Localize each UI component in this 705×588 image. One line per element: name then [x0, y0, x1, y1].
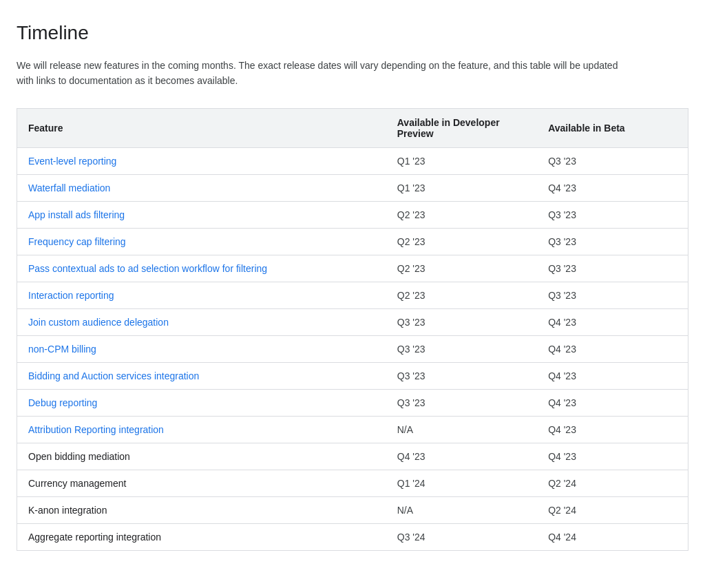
feature-cell[interactable]: Waterfall mediation — [17, 174, 386, 201]
col-header-feature: Feature — [17, 108, 386, 147]
beta-cell: Q3 '23 — [537, 228, 688, 255]
dev-preview-cell: Q2 '23 — [386, 255, 537, 282]
page-title: Timeline — [17, 22, 688, 44]
page-description: We will release new features in the comi… — [17, 58, 636, 89]
table-header-row: Feature Available in Developer Preview A… — [17, 108, 688, 147]
table-row: Pass contextual ads to ad selection work… — [17, 255, 688, 282]
feature-link[interactable]: App install ads filtering — [28, 209, 125, 220]
dev-preview-cell: Q3 '23 — [386, 335, 537, 362]
feature-link[interactable]: Bidding and Auction services integration — [28, 370, 199, 381]
feature-link[interactable]: Interaction reporting — [28, 290, 114, 301]
table-row: K-anon integrationN/AQ2 '24 — [17, 496, 688, 523]
beta-cell: Q3 '23 — [537, 201, 688, 228]
feature-cell[interactable]: Frequency cap filtering — [17, 228, 386, 255]
feature-link[interactable]: Frequency cap filtering — [28, 236, 126, 247]
beta-cell: Q3 '23 — [537, 255, 688, 282]
table-row: Interaction reportingQ2 '23Q3 '23 — [17, 282, 688, 308]
table-row: Event-level reportingQ1 '23Q3 '23 — [17, 147, 688, 174]
table-row: App install ads filteringQ2 '23Q3 '23 — [17, 201, 688, 228]
dev-preview-cell: Q1 '23 — [386, 174, 537, 201]
timeline-table: Feature Available in Developer Preview A… — [17, 108, 688, 551]
feature-link[interactable]: non-CPM billing — [28, 344, 96, 355]
beta-cell: Q4 '24 — [537, 523, 688, 550]
feature-link[interactable]: Waterfall mediation — [28, 182, 110, 193]
beta-cell: Q2 '24 — [537, 496, 688, 523]
feature-cell[interactable]: Bidding and Auction services integration — [17, 362, 386, 389]
feature-cell[interactable]: Event-level reporting — [17, 147, 386, 174]
table-row: Currency managementQ1 '24Q2 '24 — [17, 470, 688, 496]
dev-preview-cell: Q3 '23 — [386, 308, 537, 335]
feature-cell: Aggregate reporting integration — [17, 523, 386, 550]
table-row: Open bidding mediationQ4 '23Q4 '23 — [17, 443, 688, 470]
feature-cell[interactable]: Interaction reporting — [17, 282, 386, 308]
dev-preview-cell: Q3 '23 — [386, 389, 537, 416]
dev-preview-cell: Q2 '23 — [386, 282, 537, 308]
dev-preview-cell: Q3 '23 — [386, 362, 537, 389]
beta-cell: Q3 '23 — [537, 282, 688, 308]
beta-cell: Q4 '23 — [537, 308, 688, 335]
beta-cell: Q4 '23 — [537, 443, 688, 470]
table-row: Attribution Reporting integrationN/AQ4 '… — [17, 416, 688, 443]
table-row: Aggregate reporting integrationQ3 '24Q4 … — [17, 523, 688, 550]
feature-cell: Open bidding mediation — [17, 443, 386, 470]
beta-cell: Q4 '23 — [537, 335, 688, 362]
feature-cell[interactable]: Debug reporting — [17, 389, 386, 416]
table-row: Debug reportingQ3 '23Q4 '23 — [17, 389, 688, 416]
table-row: Waterfall mediationQ1 '23Q4 '23 — [17, 174, 688, 201]
dev-preview-cell: Q2 '23 — [386, 228, 537, 255]
feature-link[interactable]: Debug reporting — [28, 397, 97, 408]
col-header-dev-preview: Available in Developer Preview — [386, 108, 537, 147]
beta-cell: Q4 '23 — [537, 389, 688, 416]
dev-preview-cell: Q1 '23 — [386, 147, 537, 174]
beta-cell: Q2 '24 — [537, 470, 688, 496]
table-row: Bidding and Auction services integration… — [17, 362, 688, 389]
beta-cell: Q4 '23 — [537, 362, 688, 389]
beta-cell: Q4 '23 — [537, 416, 688, 443]
feature-cell[interactable]: Attribution Reporting integration — [17, 416, 386, 443]
table-row: Frequency cap filteringQ2 '23Q3 '23 — [17, 228, 688, 255]
feature-cell: K-anon integration — [17, 496, 386, 523]
dev-preview-cell: Q2 '23 — [386, 201, 537, 228]
feature-cell[interactable]: non-CPM billing — [17, 335, 386, 362]
feature-link[interactable]: Pass contextual ads to ad selection work… — [28, 263, 267, 274]
dev-preview-cell: N/A — [386, 416, 537, 443]
feature-cell[interactable]: Join custom audience delegation — [17, 308, 386, 335]
dev-preview-cell: Q1 '24 — [386, 470, 537, 496]
beta-cell: Q3 '23 — [537, 147, 688, 174]
feature-link[interactable]: Event-level reporting — [28, 156, 116, 167]
beta-cell: Q4 '23 — [537, 174, 688, 201]
dev-preview-cell: Q4 '23 — [386, 443, 537, 470]
feature-link[interactable]: Join custom audience delegation — [28, 317, 169, 328]
feature-cell: Currency management — [17, 470, 386, 496]
feature-link[interactable]: Attribution Reporting integration — [28, 424, 164, 435]
table-row: non-CPM billingQ3 '23Q4 '23 — [17, 335, 688, 362]
table-row: Join custom audience delegationQ3 '23Q4 … — [17, 308, 688, 335]
feature-cell[interactable]: Pass contextual ads to ad selection work… — [17, 255, 386, 282]
col-header-beta: Available in Beta — [537, 108, 688, 147]
dev-preview-cell: Q3 '24 — [386, 523, 537, 550]
feature-cell[interactable]: App install ads filtering — [17, 201, 386, 228]
dev-preview-cell: N/A — [386, 496, 537, 523]
